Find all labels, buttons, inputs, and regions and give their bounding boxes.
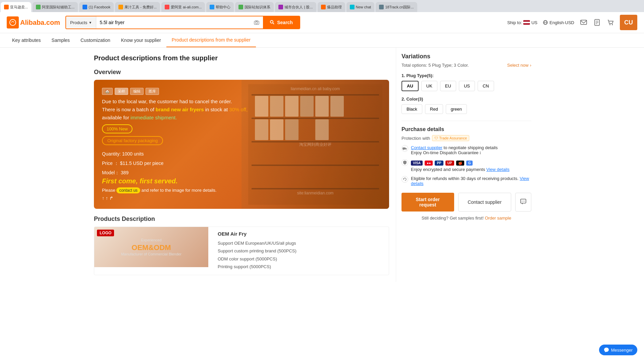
nav-customization[interactable]: Customization xyxy=(75,34,116,47)
banner-line1: Due to the local war, the customer had t… xyxy=(102,99,232,104)
logo[interactable]: Alibaba.com xyxy=(7,16,60,28)
tab-icon-1 xyxy=(4,5,9,9)
color-label: 2. Color(3) xyxy=(401,97,531,102)
camera-search-icon[interactable] xyxy=(250,16,263,28)
svg-point-37 xyxy=(523,201,524,201)
truck-icon xyxy=(401,145,408,152)
search-category-dropdown[interactable]: Products ▼ xyxy=(66,16,96,28)
banner-highlight-percent: 30% off, xyxy=(229,107,248,112)
banner-badge-factory-wrapper: Original factory packaging xyxy=(102,136,256,149)
product-subtitle1: Experienced xyxy=(121,238,181,242)
tab-label-5: 爱阿里 ai-ali.com... xyxy=(171,5,202,10)
shipping-row: Contact supplier to negotiate shipping d… xyxy=(401,145,531,155)
dispatch-text: Enjoy On-time Dispatch Guarantee xyxy=(411,150,479,155)
logo-text: Alibaba.com xyxy=(20,19,60,26)
nav-key-attributes[interactable]: Key attributes xyxy=(7,34,46,47)
svg-line-5 xyxy=(273,23,274,24)
tab-icon-2 xyxy=(36,5,41,9)
product-image: LOGO Experienced OEM&ODM Manufacturer of… xyxy=(94,227,208,267)
header: Alibaba.com Products ▼ Search Ship to: U… xyxy=(0,12,644,33)
color-group: 2. Color(3) Black Red green xyxy=(401,97,531,114)
tab-3[interactable]: (1) Facebook xyxy=(79,2,114,12)
svg-point-14 xyxy=(609,24,610,25)
plug-option-au[interactable]: AU xyxy=(401,81,419,91)
banner-price: Price ： $11.5 USD per piece xyxy=(102,159,256,168)
svg-rect-30 xyxy=(285,119,299,140)
svg-point-36 xyxy=(522,201,522,201)
nav-product-descriptions[interactable]: Product descriptions from the supplier xyxy=(166,33,256,47)
svg-point-15 xyxy=(612,24,613,25)
banner-qty: Quantity: 1000 units xyxy=(102,149,256,159)
search-category-label: Products xyxy=(70,20,87,25)
tab-label-9: 爆品助理 xyxy=(327,5,342,10)
nav-samples[interactable]: Samples xyxy=(46,34,75,47)
plug-option-eu[interactable]: EU xyxy=(440,81,456,91)
tab-9[interactable]: 爆品助理 xyxy=(318,2,345,12)
search-button[interactable]: Search xyxy=(263,16,300,28)
tab-label-7: 国际站知识体系 xyxy=(245,5,270,10)
start-order-button[interactable]: Start order request xyxy=(401,193,454,212)
contact-us-link[interactable]: contact us xyxy=(116,187,140,193)
feature-4: Printing support (5000PCS) xyxy=(218,263,385,270)
tab-icon-7 xyxy=(238,5,243,9)
nav-know-supplier[interactable]: Know your supplier xyxy=(116,34,166,47)
contact-supplier-button[interactable]: Contact supplier xyxy=(458,193,512,212)
tab-6[interactable]: 帮助中心 xyxy=(206,2,234,12)
language-selector[interactable]: English·USD xyxy=(543,20,574,25)
toolbar-gallery-btn[interactable]: 图库 xyxy=(146,88,159,95)
logo-badge: LOGO xyxy=(97,230,114,236)
tab-1[interactable]: 亚马逊卖... xyxy=(1,2,31,12)
language-label: English·USD xyxy=(549,20,574,25)
messages-icon[interactable] xyxy=(580,18,588,26)
tab-4[interactable]: 果汁工具 - 免费好... xyxy=(115,2,160,12)
tab-icon-9 xyxy=(321,5,326,9)
tab-10[interactable]: New chat xyxy=(346,2,375,12)
sidebar: Variations Total options: 5 Plug Type; 3… xyxy=(396,48,537,282)
user-avatar[interactable]: CU xyxy=(620,15,637,30)
avatar-initials: CU xyxy=(624,19,633,26)
tab-7[interactable]: 国际站知识体系 xyxy=(235,2,274,12)
toolbar-home-btn[interactable]: 🏠 xyxy=(102,88,113,95)
product-features-list: Support OEM European/UK/US/all plugs Sup… xyxy=(218,239,385,271)
purchase-section: Purchase details Protection with 🛡 Trade… xyxy=(401,126,531,221)
divider-1 xyxy=(401,121,531,121)
plug-option-uk[interactable]: UK xyxy=(421,81,437,91)
banner-highlight-airfryers: brand new air fryers xyxy=(156,107,204,112)
ship-to[interactable]: Ship to: US xyxy=(507,20,537,25)
info-icon: ℹ xyxy=(480,151,481,155)
overview-title: Overview xyxy=(94,69,389,76)
search-input[interactable] xyxy=(96,16,250,28)
refund-row: Eligible for refunds within 30 days of r… xyxy=(401,176,531,186)
watermark-2: 淘宝网到商业好评 xyxy=(299,141,331,147)
color-option-green[interactable]: green xyxy=(446,104,467,114)
order-sample-link[interactable]: Order sample xyxy=(485,216,511,221)
visa-icon: VISA xyxy=(411,161,423,166)
shipping-text: Contact supplier to negotiate shipping d… xyxy=(411,145,498,155)
paypal-icon: PP xyxy=(435,161,443,166)
contact-supplier-link[interactable]: Contact supplier xyxy=(411,145,442,150)
toolbar-sample-btn[interactable]: 采样 xyxy=(115,88,128,95)
svg-rect-23 xyxy=(270,96,283,117)
color-option-black[interactable]: Black xyxy=(401,104,422,114)
svg-rect-24 xyxy=(285,96,299,117)
svg-rect-31 xyxy=(315,119,329,140)
plug-option-us[interactable]: US xyxy=(459,81,475,91)
tab-11[interactable]: 18Track.cn国际... xyxy=(376,2,417,12)
chat-button[interactable] xyxy=(515,193,531,212)
tab-label-10: New chat xyxy=(356,5,371,9)
tab-2[interactable]: 阿里国际站辅助工... xyxy=(33,2,78,12)
view-details-1[interactable]: View details xyxy=(486,167,509,172)
applepay-icon: 🍎 xyxy=(456,161,464,166)
orders-icon[interactable] xyxy=(593,18,601,26)
payment-details: VISA ●● PP UP 🍎 G Enjoy encrypted and se… xyxy=(411,159,509,172)
toolbar-edit-btn[interactable]: 编辑 xyxy=(130,88,144,95)
select-now-link[interactable]: Select now › xyxy=(507,63,531,68)
cart-icon[interactable] xyxy=(606,18,614,26)
color-option-red[interactable]: Red xyxy=(425,104,443,114)
tab-8[interactable]: 城市合伙人 | 股... xyxy=(275,2,316,12)
tab-5[interactable]: 爱阿里 ai-ali.com... xyxy=(161,2,205,12)
plug-option-cn[interactable]: CN xyxy=(478,81,494,91)
unionpay-icon: UP xyxy=(445,161,454,166)
tab-icon-10 xyxy=(350,5,355,9)
product-info: OEM Air Fry Support OEM European/UK/US/a… xyxy=(214,227,389,275)
